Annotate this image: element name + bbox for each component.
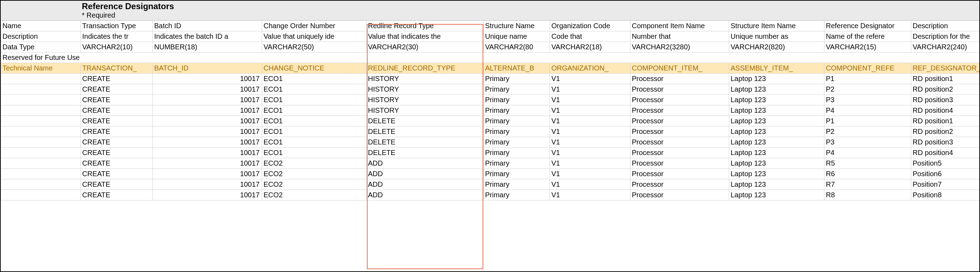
- col-header-desc[interactable]: Description for the: [911, 32, 980, 42]
- col-header-name[interactable]: Batch ID: [153, 21, 262, 32]
- cell-batch-id[interactable]: 10017: [153, 190, 262, 201]
- col-header-tech[interactable]: ALTERNATE_B: [484, 63, 550, 74]
- col-header-tech[interactable]: BATCH_ID: [153, 63, 262, 74]
- col-header-tech[interactable]: CHANGE_NOTICE: [262, 63, 366, 74]
- cell-description[interactable]: RD position4: [911, 105, 980, 116]
- cell-change-order[interactable]: ECO1: [262, 127, 366, 137]
- cell-change-order[interactable]: ECO1: [262, 137, 366, 148]
- col-header-dtype[interactable]: VARCHAR2(240): [911, 42, 980, 52]
- col-header-tech[interactable]: TRANSACTION_: [81, 63, 153, 74]
- cell-structure-name[interactable]: Primary: [484, 148, 550, 158]
- cell-change-order[interactable]: ECO1: [262, 148, 366, 158]
- cell-reference-designator[interactable]: R6: [824, 169, 911, 179]
- col-header-desc[interactable]: Number that: [630, 32, 729, 42]
- col-header-dtype[interactable]: VARCHAR2(820): [729, 42, 824, 52]
- col-header-dtype[interactable]: VARCHAR2(18): [550, 42, 630, 52]
- cell-component-item[interactable]: Processor: [630, 158, 729, 169]
- cell-component-item[interactable]: Processor: [630, 148, 729, 158]
- cell-batch-id[interactable]: 10017: [153, 137, 262, 148]
- cell-reference-designator[interactable]: P3: [824, 95, 911, 105]
- cell-org-code[interactable]: V1: [550, 179, 630, 190]
- cell-structure-item[interactable]: Laptop 123: [729, 74, 824, 84]
- cell-description[interactable]: RD position2: [911, 84, 980, 95]
- cell-batch-id[interactable]: 10017: [153, 127, 262, 137]
- col-header-tech[interactable]: ASSEMBLY_ITEM_: [729, 63, 824, 74]
- cell-change-order[interactable]: ECO2: [262, 169, 366, 179]
- row-label[interactable]: Data Type: [1, 42, 81, 52]
- cell-batch-id[interactable]: 10017: [153, 105, 262, 116]
- cell-component-item[interactable]: Processor: [630, 137, 729, 148]
- cell-description[interactable]: RD position1: [911, 116, 980, 127]
- col-header-name[interactable]: Component Item Name: [630, 21, 729, 32]
- cell-change-order[interactable]: ECO1: [262, 95, 366, 105]
- col-header-desc[interactable]: Indicates the tr: [81, 32, 153, 42]
- cell-description[interactable]: Position6: [911, 169, 980, 179]
- cell-reference-designator[interactable]: R5: [824, 158, 911, 169]
- cell-structure-item[interactable]: Laptop 123: [729, 179, 824, 190]
- cell-description[interactable]: RD position1: [911, 74, 980, 84]
- col-header-name[interactable]: Structure Item Name: [729, 21, 824, 32]
- col-header-tech[interactable]: ORGANIZATION_: [550, 63, 630, 74]
- row-label[interactable]: [1, 105, 81, 116]
- cell-batch-id[interactable]: 10017: [153, 148, 262, 158]
- cell-description[interactable]: Position5: [911, 158, 980, 169]
- row-label[interactable]: [1, 74, 81, 84]
- cell-component-item[interactable]: Processor: [630, 74, 729, 84]
- cell-change-order[interactable]: ECO2: [262, 179, 366, 190]
- cell-reference-designator[interactable]: R7: [824, 179, 911, 190]
- row-label[interactable]: [1, 190, 81, 201]
- cell-redline-type[interactable]: HISTORY: [366, 74, 484, 84]
- cell-structure-item[interactable]: Laptop 123: [729, 158, 824, 169]
- cell-batch-id[interactable]: 10017: [153, 95, 262, 105]
- col-header-desc[interactable]: Unique number as: [729, 32, 824, 42]
- row-label[interactable]: [1, 84, 81, 95]
- cell-transaction-type[interactable]: CREATE: [81, 137, 153, 148]
- spreadsheet-grid[interactable]: NameTransaction TypeBatch IDChange Order…: [1, 21, 980, 201]
- cell-org-code[interactable]: V1: [550, 148, 630, 158]
- cell-description[interactable]: RD position3: [911, 137, 980, 148]
- cell-change-order[interactable]: ECO2: [262, 190, 366, 201]
- row-label[interactable]: [1, 127, 81, 137]
- cell-component-item[interactable]: Processor: [630, 105, 729, 116]
- cell-structure-name[interactable]: Primary: [484, 116, 550, 127]
- cell-transaction-type[interactable]: CREATE: [81, 127, 153, 137]
- cell-org-code[interactable]: V1: [550, 116, 630, 127]
- cell-redline-type[interactable]: HISTORY: [366, 105, 484, 116]
- cell-batch-id[interactable]: 10017: [153, 158, 262, 169]
- cell-description[interactable]: Position8: [911, 190, 980, 201]
- cell-structure-name[interactable]: Primary: [484, 169, 550, 179]
- cell-reference-designator[interactable]: P3: [824, 137, 911, 148]
- cell-redline-type[interactable]: DELETE: [366, 116, 484, 127]
- row-label[interactable]: Technical Name: [1, 63, 81, 74]
- cell-redline-type[interactable]: DELETE: [366, 148, 484, 158]
- cell-redline-type[interactable]: ADD: [366, 158, 484, 169]
- cell-change-order[interactable]: ECO1: [262, 116, 366, 127]
- col-header-desc[interactable]: Indicates the batch ID a: [153, 32, 262, 42]
- cell-redline-type[interactable]: DELETE: [366, 137, 484, 148]
- cell-reference-designator[interactable]: P1: [824, 74, 911, 84]
- row-label[interactable]: [1, 95, 81, 105]
- cell-reference-designator[interactable]: P2: [824, 84, 911, 95]
- cell-transaction-type[interactable]: CREATE: [81, 74, 153, 84]
- cell-transaction-type[interactable]: CREATE: [81, 95, 153, 105]
- cell-redline-type[interactable]: ADD: [366, 179, 484, 190]
- cell-reference-designator[interactable]: P1: [824, 116, 911, 127]
- cell-structure-item[interactable]: Laptop 123: [729, 105, 824, 116]
- row-label[interactable]: Description: [1, 32, 81, 42]
- cell-batch-id[interactable]: 10017: [153, 84, 262, 95]
- cell-org-code[interactable]: V1: [550, 158, 630, 169]
- cell-component-item[interactable]: Processor: [630, 190, 729, 201]
- col-header-desc[interactable]: Unique name: [484, 32, 550, 42]
- cell-structure-name[interactable]: Primary: [484, 190, 550, 201]
- cell-batch-id[interactable]: 10017: [153, 116, 262, 127]
- col-header-name[interactable]: Organization Code: [550, 21, 630, 32]
- row-label[interactable]: [1, 169, 81, 179]
- col-header-dtype[interactable]: VARCHAR2(30): [366, 42, 484, 52]
- row-label[interactable]: [1, 137, 81, 148]
- cell-structure-name[interactable]: Primary: [484, 158, 550, 169]
- col-header-name[interactable]: Description: [911, 21, 980, 32]
- cell-transaction-type[interactable]: CREATE: [81, 116, 153, 127]
- cell-structure-item[interactable]: Laptop 123: [729, 95, 824, 105]
- row-label[interactable]: [1, 116, 81, 127]
- cell-org-code[interactable]: V1: [550, 74, 630, 84]
